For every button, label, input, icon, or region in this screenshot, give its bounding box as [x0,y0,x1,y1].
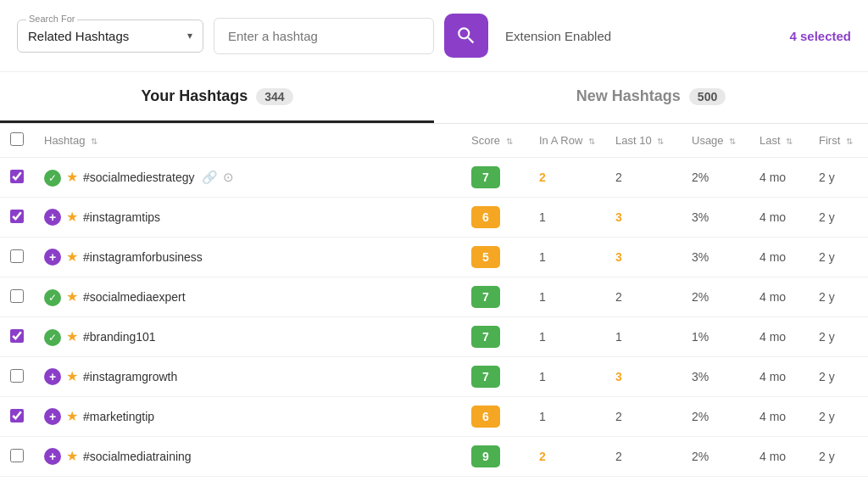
usage-cell: 2% [682,277,749,317]
inrow-cell: 1 [529,317,605,357]
row-checkbox[interactable] [10,369,24,383]
last-cell: 4 mo [749,397,809,437]
usage-cell: 2% [682,158,749,198]
copy-icon[interactable]: ⊙ [223,170,234,185]
hashtag-input[interactable] [214,18,434,54]
select-all-col [0,124,34,158]
last10-cell: 2 [605,277,682,317]
last-cell: 4 mo [749,158,809,198]
inrow-cell: 1 [529,238,605,277]
search-button[interactable] [444,14,488,58]
inrow-cell: 1 [529,198,605,238]
last10-cell: 2 [605,437,682,477]
sort-icon-last10: ⇅ [657,137,664,146]
star-icon[interactable]: ★ [66,249,78,264]
table-row: +★#instagramgrowth7133%4 mo2 y [0,357,868,397]
table-header-row: Hashtag ⇅ Score ⇅ In A Row ⇅ Last 10 ⇅ U… [0,124,868,158]
tab-new-hashtags[interactable]: New Hashtags 500 [434,72,868,123]
sort-icon-last: ⇅ [786,137,793,146]
score-badge: 7 [471,366,500,388]
hashtag-name: #branding101 [83,330,156,344]
hashtag-name: #instagramforbusiness [83,250,203,264]
table-row: +★#marketingtip6122%4 mo2 y [0,397,868,437]
status-plus-icon: + [44,408,61,425]
link-icon[interactable]: 🔗 [202,170,218,185]
star-icon[interactable]: ★ [66,289,78,304]
last10-cell: 3 [605,357,682,397]
table-row: ✓★#socialmediestrategy🔗⊙7222%4 mo2 y [0,158,868,198]
table-body: ✓★#socialmediestrategy🔗⊙7222%4 mo2 y+★#i… [0,158,868,477]
search-for-dropdown[interactable]: Related Hashtags ▾ [28,25,192,47]
new-hashtags-count: 500 [689,88,726,105]
hashtag-cell: +★#marketingtip [34,397,461,437]
hashtag-cell: ✓★#branding101 [34,317,461,357]
star-icon[interactable]: ★ [66,329,78,344]
selected-count[interactable]: 4 selected [789,29,851,43]
score-cell: 6 [461,397,529,437]
sort-icon-hashtag: ⇅ [91,137,97,146]
row-checkbox[interactable] [10,170,24,183]
last10-cell: 2 [605,158,682,198]
inrow-cell: 1 [529,277,605,317]
col-header-inrow[interactable]: In A Row ⇅ [529,124,605,158]
search-for-label: Search For [26,14,77,24]
inrow-cell: 2 [529,158,605,198]
usage-cell: 3% [682,238,749,277]
sort-icon-score: ⇅ [506,137,513,146]
status-check-icon: ✓ [44,329,61,346]
chevron-down-icon: ▾ [187,30,192,42]
first-cell: 2 y [809,397,868,437]
score-cell: 6 [461,198,529,238]
status-plus-icon: + [44,448,61,465]
col-header-last10[interactable]: Last 10 ⇅ [605,124,682,158]
star-icon[interactable]: ★ [66,170,78,184]
col-header-first[interactable]: First ⇅ [809,124,868,158]
tabs-row: Your Hashtags 344 New Hashtags 500 [0,72,868,124]
row-checkbox[interactable] [10,329,24,343]
star-icon[interactable]: ★ [66,449,78,463]
top-bar: Search For Related Hashtags ▾ Extension … [0,0,868,72]
star-icon[interactable]: ★ [66,210,78,224]
hashtag-cell: ✓★#socialmediestrategy🔗⊙ [34,158,461,198]
col-header-last[interactable]: Last ⇅ [749,124,809,158]
hashtag-table-wrapper: Hashtag ⇅ Score ⇅ In A Row ⇅ Last 10 ⇅ U… [0,124,868,477]
hashtag-name: #socialmediatraining [83,450,192,463]
star-icon[interactable]: ★ [66,369,78,383]
col-header-score[interactable]: Score ⇅ [461,124,529,158]
hashtag-cell: +★#instagramtips [34,198,461,238]
hashtag-name: #socialmediaexpert [83,290,186,304]
search-icon [455,25,477,47]
score-cell: 5 [461,238,529,277]
row-checkbox[interactable] [10,210,24,223]
score-badge: 6 [471,406,500,428]
first-cell: 2 y [809,238,868,277]
select-all-checkbox[interactable] [10,132,24,146]
row-checkbox[interactable] [10,449,24,462]
status-plus-icon: + [44,249,61,266]
search-for-value: Related Hashtags [28,29,129,43]
score-badge: 7 [471,326,500,348]
score-cell: 9 [461,437,529,477]
last-cell: 4 mo [749,198,809,238]
last10-cell: 3 [605,198,682,238]
usage-cell: 1% [682,317,749,357]
first-cell: 2 y [809,198,868,238]
usage-cell: 3% [682,357,749,397]
row-checkbox[interactable] [10,289,24,303]
status-plus-icon: + [44,368,61,385]
first-cell: 2 y [809,277,868,317]
row-checkbox[interactable] [10,409,24,422]
score-cell: 7 [461,277,529,317]
col-header-usage[interactable]: Usage ⇅ [682,124,749,158]
row-checkbox[interactable] [10,249,24,263]
col-header-hashtag[interactable]: Hashtag ⇅ [34,124,461,158]
last10-cell: 2 [605,397,682,437]
inrow-cell: 1 [529,397,605,437]
star-icon[interactable]: ★ [66,409,78,423]
table-row: ✓★#socialmediaexpert7122%4 mo2 y [0,277,868,317]
extension-status: Extension Enabled [505,29,611,43]
first-cell: 2 y [809,357,868,397]
score-cell: 7 [461,357,529,397]
your-hashtags-label: Your Hashtags [141,87,248,105]
tab-your-hashtags[interactable]: Your Hashtags 344 [0,72,434,123]
